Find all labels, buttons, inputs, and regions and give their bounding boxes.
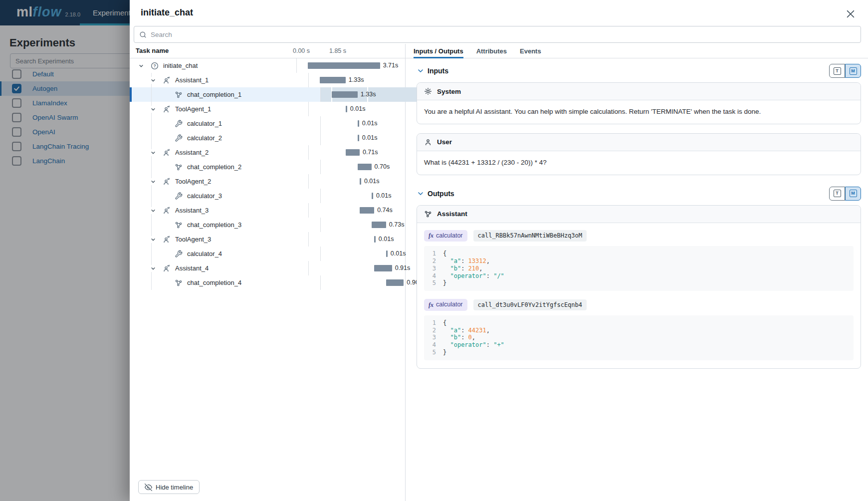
inputs-view-toggle: T M <box>829 64 861 78</box>
timeline-bar[interactable] <box>372 193 373 199</box>
task-name-cell[interactable]: ToolAgent_1 <box>130 102 309 116</box>
task-name-cell[interactable]: chat_completion_2 <box>130 160 321 174</box>
gear-icon <box>424 87 432 95</box>
tool-call: fxcalculatorcall_dt3u0vLF0Yv2itYgfscEqnb… <box>424 299 854 360</box>
eye-off-icon <box>145 484 152 491</box>
task-name-cell[interactable]: ToolAgent_3 <box>130 232 309 247</box>
tab-attributes[interactable]: Attributes <box>476 44 507 58</box>
timeline-bar[interactable] <box>386 279 404 286</box>
task-tree-rows: ?initiate_chat3.71sAssistant_11.33schat_… <box>130 58 405 501</box>
message-card-system: SystemYou are a helpful AI assistant. Yo… <box>417 82 861 124</box>
question-circle-icon: ? <box>151 62 159 70</box>
tab-inputs-outputs[interactable]: Inputs / Outputs <box>414 44 463 58</box>
timeline-bar[interactable] <box>358 135 359 141</box>
chevron-down-icon[interactable] <box>417 67 425 75</box>
duration-label: 0.74s <box>377 207 393 214</box>
raw-view-button[interactable]: T <box>829 187 845 201</box>
task-name-cell[interactable]: chat_completion_1 <box>130 87 321 102</box>
task-tree-row[interactable]: calculator_10.01s <box>130 116 405 131</box>
message-card-header: User <box>417 134 861 151</box>
timeline-bar[interactable] <box>308 62 380 69</box>
trace-modal: initiate_chat Search Task name 0.00 s 1.… <box>130 0 868 501</box>
task-tree-row[interactable]: calculator_40.01s <box>130 247 405 261</box>
message-card-body: What is (44231 + 13312 / (230 - 20)) * 4… <box>417 151 861 175</box>
close-icon[interactable] <box>845 8 856 19</box>
agent-icon <box>163 264 171 272</box>
chevron-down-icon[interactable] <box>150 106 163 113</box>
timeline-bar[interactable] <box>320 77 346 83</box>
timeline-bar[interactable] <box>386 250 388 257</box>
task-name-cell[interactable]: calculator_1 <box>130 116 321 131</box>
tree-header-row: Task name 0.00 s 1.85 s <box>130 44 405 58</box>
chevron-down-icon[interactable] <box>417 190 425 198</box>
outputs-view-toggle: T M <box>829 187 861 201</box>
duration-label: 0.01s <box>350 105 366 112</box>
task-name-cell[interactable]: calculator_2 <box>130 131 321 145</box>
tree-indent-guideline <box>151 218 152 232</box>
task-name-cell[interactable]: chat_completion_4 <box>130 275 321 290</box>
task-tree-row[interactable]: Assistant_20.71s <box>130 145 405 160</box>
task-tree-row[interactable]: Assistant_11.33s <box>130 73 405 87</box>
span-details-panel: Inputs / OutputsAttributesEvents Inputs … <box>406 44 868 501</box>
chevron-down-icon[interactable] <box>150 149 163 156</box>
timeline-bar[interactable] <box>358 164 371 170</box>
task-tree-row[interactable]: ToolAgent_20.01s <box>130 174 405 189</box>
task-tree-row[interactable]: calculator_30.01s <box>130 189 405 203</box>
message-card-user: UserWhat is (44231 + 13312 / (230 - 20))… <box>417 133 861 175</box>
task-tree-row[interactable]: calculator_20.01s <box>130 131 405 145</box>
task-name-cell[interactable]: calculator_3 <box>130 189 321 203</box>
chevron-down-icon[interactable] <box>150 207 163 214</box>
details-tabs: Inputs / OutputsAttributesEvents <box>406 44 868 58</box>
tool-call-header: fxcalculatorcall_RBBk57nAwnNMtiWBeBHzq3o… <box>424 230 854 242</box>
task-tree-row[interactable]: chat_completion_30.73s <box>130 218 405 232</box>
timeline-bar[interactable] <box>332 91 358 98</box>
tool-call-arguments-code[interactable]: 1{2 "a": 13312,3 "b": 210,4 "operator": … <box>424 246 854 291</box>
agent-icon <box>163 76 171 84</box>
wrench-icon <box>175 134 183 142</box>
tool-call-arguments-code[interactable]: 1{2 "a": 44231,3 "b": 0,4 "operator": "+… <box>424 315 854 360</box>
timeline-bar[interactable] <box>346 149 360 156</box>
chevron-down-icon[interactable] <box>150 77 163 84</box>
chevron-down-icon[interactable] <box>150 236 163 243</box>
task-tree-row[interactable]: Assistant_40.91s <box>130 261 405 275</box>
task-tree-row[interactable]: Assistant_30.74s <box>130 203 405 218</box>
timeline-cell[interactable]: 3.71s <box>297 58 413 73</box>
trace-search-input[interactable]: Search <box>134 26 861 43</box>
hide-timeline-button[interactable]: Hide timeline <box>138 480 200 494</box>
timeline-bar[interactable] <box>358 120 359 127</box>
task-tree-row[interactable]: chat_completion_40.90s <box>130 275 405 290</box>
task-tree-row[interactable]: chat_completion_20.70s <box>130 160 405 174</box>
timeline-bar[interactable] <box>372 222 386 228</box>
task-tree-row[interactable]: ?initiate_chat3.71s <box>130 58 405 73</box>
task-name-cell[interactable]: ?initiate_chat <box>130 58 297 73</box>
timeline-bar[interactable] <box>360 207 374 214</box>
task-name-label: ToolAgent_1 <box>175 105 211 113</box>
timeline-bar[interactable] <box>374 236 376 243</box>
chevron-down-icon[interactable] <box>138 62 151 69</box>
task-name-cell[interactable]: calculator_4 <box>130 247 321 261</box>
duration-label: 3.71s <box>383 62 399 69</box>
timeline-bar[interactable] <box>374 265 392 271</box>
timeline-bar[interactable] <box>346 106 347 112</box>
task-name-label: ToolAgent_2 <box>175 178 211 185</box>
duration-label: 0.01s <box>362 134 378 141</box>
rendered-view-button[interactable]: M <box>845 64 861 78</box>
message-card-assistant: Assistantfxcalculatorcall_RBBk57nAwnNMti… <box>417 205 861 369</box>
task-name-cell[interactable]: ToolAgent_2 <box>130 174 309 189</box>
chevron-down-icon[interactable] <box>150 265 163 272</box>
task-name-cell[interactable]: chat_completion_3 <box>130 218 321 232</box>
outputs-section-label: Outputs <box>428 190 454 198</box>
task-name-cell[interactable]: Assistant_3 <box>130 203 309 218</box>
task-tree-row[interactable]: chat_completion_11.33s <box>130 87 405 102</box>
model-icon <box>175 279 183 287</box>
chevron-down-icon[interactable] <box>150 178 163 185</box>
timeline-bar[interactable] <box>360 178 361 185</box>
task-tree-row[interactable]: ToolAgent_10.01s <box>130 102 405 116</box>
task-name-cell[interactable]: Assistant_4 <box>130 261 309 275</box>
task-tree-row[interactable]: ToolAgent_30.01s <box>130 232 405 247</box>
task-name-cell[interactable]: Assistant_2 <box>130 145 309 160</box>
tab-events[interactable]: Events <box>520 44 541 58</box>
task-name-cell[interactable]: Assistant_1 <box>130 73 309 87</box>
raw-view-button[interactable]: T <box>829 64 845 78</box>
rendered-view-button[interactable]: M <box>845 187 861 201</box>
